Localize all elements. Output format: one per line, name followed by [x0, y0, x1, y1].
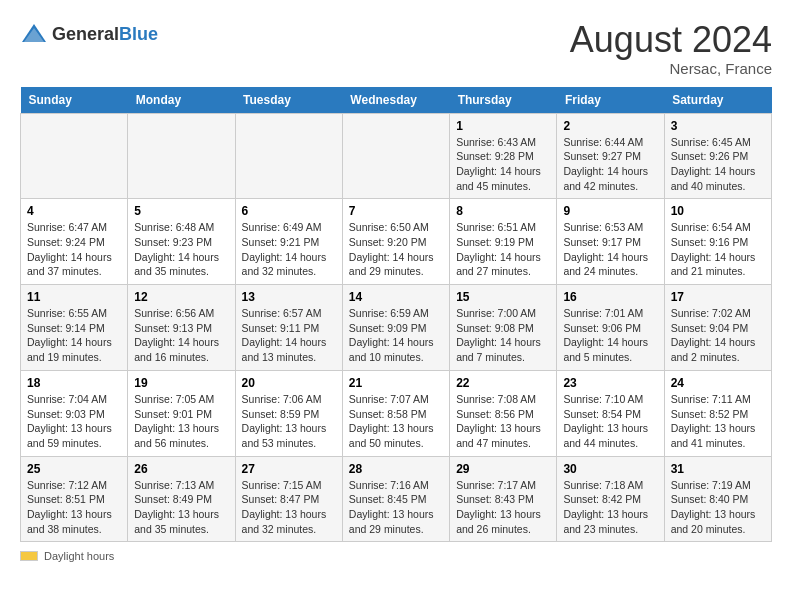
day-info: Sunrise: 6:55 AMSunset: 9:14 PMDaylight:…: [27, 306, 121, 365]
day-info: Sunrise: 6:51 AMSunset: 9:19 PMDaylight:…: [456, 220, 550, 279]
location-subtitle: Nersac, France: [570, 60, 772, 77]
day-number: 22: [456, 376, 550, 390]
calendar-cell: 22Sunrise: 7:08 AMSunset: 8:56 PMDayligh…: [450, 370, 557, 456]
calendar-cell: 13Sunrise: 6:57 AMSunset: 9:11 PMDayligh…: [235, 285, 342, 371]
calendar-cell: [128, 113, 235, 199]
weekday-header-friday: Friday: [557, 87, 664, 114]
calendar-cell: 16Sunrise: 7:01 AMSunset: 9:06 PMDayligh…: [557, 285, 664, 371]
day-number: 16: [563, 290, 657, 304]
daylight-bar-icon: [20, 551, 38, 561]
day-info: Sunrise: 7:01 AMSunset: 9:06 PMDaylight:…: [563, 306, 657, 365]
calendar-cell: 28Sunrise: 7:16 AMSunset: 8:45 PMDayligh…: [342, 456, 449, 542]
day-info: Sunrise: 6:43 AMSunset: 9:28 PMDaylight:…: [456, 135, 550, 194]
weekday-header-tuesday: Tuesday: [235, 87, 342, 114]
logo-text-general: General: [52, 24, 119, 44]
day-number: 6: [242, 204, 336, 218]
calendar-cell: [21, 113, 128, 199]
day-number: 8: [456, 204, 550, 218]
weekday-header-row: SundayMondayTuesdayWednesdayThursdayFrid…: [21, 87, 772, 114]
weekday-header-saturday: Saturday: [664, 87, 771, 114]
day-number: 11: [27, 290, 121, 304]
day-number: 19: [134, 376, 228, 390]
day-info: Sunrise: 7:07 AMSunset: 8:58 PMDaylight:…: [349, 392, 443, 451]
calendar-cell: 5Sunrise: 6:48 AMSunset: 9:23 PMDaylight…: [128, 199, 235, 285]
day-number: 13: [242, 290, 336, 304]
day-number: 1: [456, 119, 550, 133]
calendar-cell: 23Sunrise: 7:10 AMSunset: 8:54 PMDayligh…: [557, 370, 664, 456]
day-info: Sunrise: 6:59 AMSunset: 9:09 PMDaylight:…: [349, 306, 443, 365]
calendar-cell: 27Sunrise: 7:15 AMSunset: 8:47 PMDayligh…: [235, 456, 342, 542]
calendar-cell: 15Sunrise: 7:00 AMSunset: 9:08 PMDayligh…: [450, 285, 557, 371]
day-number: 9: [563, 204, 657, 218]
day-info: Sunrise: 6:45 AMSunset: 9:26 PMDaylight:…: [671, 135, 765, 194]
day-info: Sunrise: 6:53 AMSunset: 9:17 PMDaylight:…: [563, 220, 657, 279]
calendar-cell: 31Sunrise: 7:19 AMSunset: 8:40 PMDayligh…: [664, 456, 771, 542]
calendar-cell: 9Sunrise: 6:53 AMSunset: 9:17 PMDaylight…: [557, 199, 664, 285]
calendar-week-row: 11Sunrise: 6:55 AMSunset: 9:14 PMDayligh…: [21, 285, 772, 371]
day-number: 10: [671, 204, 765, 218]
day-number: 25: [27, 462, 121, 476]
calendar-cell: 12Sunrise: 6:56 AMSunset: 9:13 PMDayligh…: [128, 285, 235, 371]
calendar-week-row: 4Sunrise: 6:47 AMSunset: 9:24 PMDaylight…: [21, 199, 772, 285]
calendar-cell: 2Sunrise: 6:44 AMSunset: 9:27 PMDaylight…: [557, 113, 664, 199]
weekday-header-sunday: Sunday: [21, 87, 128, 114]
day-number: 20: [242, 376, 336, 390]
day-info: Sunrise: 7:16 AMSunset: 8:45 PMDaylight:…: [349, 478, 443, 537]
day-number: 17: [671, 290, 765, 304]
calendar-cell: 3Sunrise: 6:45 AMSunset: 9:26 PMDaylight…: [664, 113, 771, 199]
calendar-cell: 25Sunrise: 7:12 AMSunset: 8:51 PMDayligh…: [21, 456, 128, 542]
day-info: Sunrise: 6:54 AMSunset: 9:16 PMDaylight:…: [671, 220, 765, 279]
day-number: 26: [134, 462, 228, 476]
calendar-cell: 11Sunrise: 6:55 AMSunset: 9:14 PMDayligh…: [21, 285, 128, 371]
daylight-hours-label: Daylight hours: [44, 550, 114, 562]
day-number: 27: [242, 462, 336, 476]
day-info: Sunrise: 7:10 AMSunset: 8:54 PMDaylight:…: [563, 392, 657, 451]
calendar-cell: 18Sunrise: 7:04 AMSunset: 9:03 PMDayligh…: [21, 370, 128, 456]
day-info: Sunrise: 6:57 AMSunset: 9:11 PMDaylight:…: [242, 306, 336, 365]
calendar-cell: 4Sunrise: 6:47 AMSunset: 9:24 PMDaylight…: [21, 199, 128, 285]
calendar-cell: 10Sunrise: 6:54 AMSunset: 9:16 PMDayligh…: [664, 199, 771, 285]
calendar-cell: 30Sunrise: 7:18 AMSunset: 8:42 PMDayligh…: [557, 456, 664, 542]
day-info: Sunrise: 7:06 AMSunset: 8:59 PMDaylight:…: [242, 392, 336, 451]
weekday-header-monday: Monday: [128, 87, 235, 114]
page-header: GeneralBlue August 2024 Nersac, France: [20, 20, 772, 77]
calendar-cell: 1Sunrise: 6:43 AMSunset: 9:28 PMDaylight…: [450, 113, 557, 199]
day-info: Sunrise: 6:48 AMSunset: 9:23 PMDaylight:…: [134, 220, 228, 279]
weekday-header-thursday: Thursday: [450, 87, 557, 114]
day-info: Sunrise: 7:05 AMSunset: 9:01 PMDaylight:…: [134, 392, 228, 451]
day-number: 29: [456, 462, 550, 476]
calendar-cell: 14Sunrise: 6:59 AMSunset: 9:09 PMDayligh…: [342, 285, 449, 371]
day-number: 7: [349, 204, 443, 218]
day-number: 15: [456, 290, 550, 304]
weekday-header-wednesday: Wednesday: [342, 87, 449, 114]
calendar-cell: 7Sunrise: 6:50 AMSunset: 9:20 PMDaylight…: [342, 199, 449, 285]
calendar-week-row: 1Sunrise: 6:43 AMSunset: 9:28 PMDaylight…: [21, 113, 772, 199]
day-number: 30: [563, 462, 657, 476]
day-info: Sunrise: 7:15 AMSunset: 8:47 PMDaylight:…: [242, 478, 336, 537]
day-info: Sunrise: 6:49 AMSunset: 9:21 PMDaylight:…: [242, 220, 336, 279]
calendar-week-row: 18Sunrise: 7:04 AMSunset: 9:03 PMDayligh…: [21, 370, 772, 456]
day-info: Sunrise: 7:13 AMSunset: 8:49 PMDaylight:…: [134, 478, 228, 537]
logo-text-blue: Blue: [119, 24, 158, 44]
day-info: Sunrise: 7:00 AMSunset: 9:08 PMDaylight:…: [456, 306, 550, 365]
day-info: Sunrise: 6:56 AMSunset: 9:13 PMDaylight:…: [134, 306, 228, 365]
calendar-cell: [235, 113, 342, 199]
calendar-cell: 21Sunrise: 7:07 AMSunset: 8:58 PMDayligh…: [342, 370, 449, 456]
day-info: Sunrise: 7:08 AMSunset: 8:56 PMDaylight:…: [456, 392, 550, 451]
calendar-week-row: 25Sunrise: 7:12 AMSunset: 8:51 PMDayligh…: [21, 456, 772, 542]
day-info: Sunrise: 7:04 AMSunset: 9:03 PMDaylight:…: [27, 392, 121, 451]
day-info: Sunrise: 7:18 AMSunset: 8:42 PMDaylight:…: [563, 478, 657, 537]
month-year-title: August 2024: [570, 20, 772, 60]
day-info: Sunrise: 7:12 AMSunset: 8:51 PMDaylight:…: [27, 478, 121, 537]
day-number: 14: [349, 290, 443, 304]
title-block: August 2024 Nersac, France: [570, 20, 772, 77]
footer: Daylight hours: [20, 550, 772, 562]
day-number: 18: [27, 376, 121, 390]
calendar-cell: 17Sunrise: 7:02 AMSunset: 9:04 PMDayligh…: [664, 285, 771, 371]
day-number: 28: [349, 462, 443, 476]
day-number: 3: [671, 119, 765, 133]
day-number: 24: [671, 376, 765, 390]
day-info: Sunrise: 6:44 AMSunset: 9:27 PMDaylight:…: [563, 135, 657, 194]
day-number: 23: [563, 376, 657, 390]
calendar-table: SundayMondayTuesdayWednesdayThursdayFrid…: [20, 87, 772, 543]
